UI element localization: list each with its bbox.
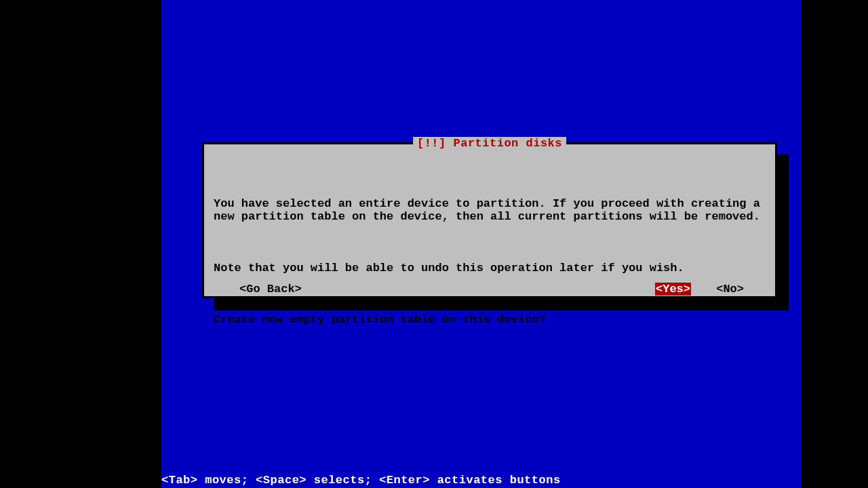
dialog-paragraph-2: Note that you will be able to undo this … xyxy=(214,262,770,274)
dialog-paragraph-1: You have selected an entire device to pa… xyxy=(214,197,770,223)
help-line: <Tab> moves; <Space> selects; <Enter> ac… xyxy=(161,474,561,487)
go-back-button[interactable]: <Go Back> xyxy=(239,283,302,296)
yes-button[interactable]: <Yes> xyxy=(655,283,691,296)
dialog-question: Create new empty partition table on this… xyxy=(214,313,770,326)
no-button[interactable]: <No> xyxy=(716,283,744,296)
partition-dialog: [!!] Partition disks You have selected a… xyxy=(202,142,777,298)
dialog-title: [!!] Partition disks xyxy=(413,137,566,150)
dialog-body: You have selected an entire device to pa… xyxy=(214,171,770,365)
dialog-title-wrap: [!!] Partition disks xyxy=(204,137,775,150)
